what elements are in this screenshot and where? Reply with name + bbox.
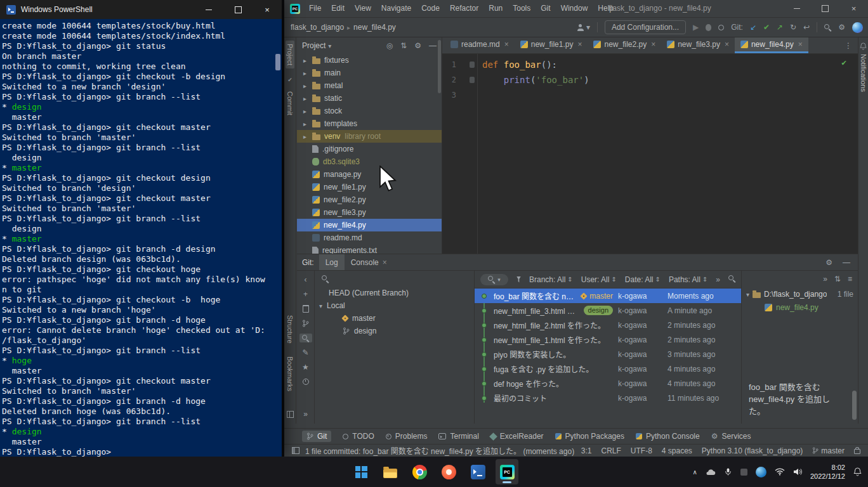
project-item-requirements-txt[interactable]: requirements.txt (297, 244, 442, 254)
line-ending-indicator[interactable]: CRLF (601, 446, 621, 455)
locate-file-button[interactable]: ◎ (386, 41, 393, 50)
onedrive-icon[interactable] (706, 469, 716, 476)
maximize-button[interactable] (811, 0, 839, 17)
filter-branch[interactable]: Branch: All⇕ (529, 275, 573, 284)
menu-item-code[interactable]: Code (416, 0, 445, 17)
branch-item-local[interactable]: ▾Local (315, 299, 474, 312)
caret-position[interactable]: 3:1 (581, 446, 592, 455)
branch-item-master[interactable]: master (315, 312, 474, 325)
close-icon[interactable]: × (504, 40, 509, 49)
indent-indicator[interactable]: 4 spaces (662, 446, 692, 455)
start-button[interactable] (350, 459, 372, 484)
project-item-venv[interactable]: ▸venvlibrary root (297, 130, 442, 143)
tool-window-button-excelreader[interactable]: ExcelReader (490, 432, 544, 441)
hide-panel-button[interactable]: — (843, 258, 850, 267)
powershell-scrollbar[interactable] (275, 54, 280, 70)
menu-item-navigate[interactable]: Navigate (376, 0, 416, 17)
filter-date[interactable]: Date: All⇕ (625, 275, 661, 284)
close-icon[interactable]: × (798, 40, 803, 49)
minimize-button[interactable] (782, 0, 811, 17)
menu-item-edit[interactable]: Edit (326, 0, 350, 17)
close-button[interactable]: × (253, 0, 282, 19)
tool-stripe-notifications[interactable]: Notifications (860, 54, 867, 92)
tool-window-button-python-console[interactable]: Python Console (636, 432, 700, 441)
project-item-main[interactable]: ▸main (297, 67, 442, 79)
close-icon[interactable]: × (577, 40, 582, 49)
browser-red-button[interactable] (437, 459, 460, 484)
project-item-stock[interactable]: ▸stock (297, 105, 442, 117)
encoding-indicator[interactable]: UTF-8 (631, 446, 652, 455)
git-tab-log[interactable]: Log (319, 254, 345, 270)
chevron-right-icon[interactable]: ▸ (303, 133, 312, 140)
chevron-right-icon[interactable]: ▸ (303, 108, 312, 115)
project-item-readme-md[interactable]: readme.md (297, 231, 442, 244)
project-item-fixtures[interactable]: ▸fixtures (297, 54, 442, 67)
filter-icon[interactable] (516, 276, 521, 283)
project-panel-title[interactable]: Project (302, 41, 326, 50)
add-button[interactable]: + (299, 290, 312, 299)
collapse-all-button[interactable]: ⇅ (400, 41, 407, 50)
commit-row[interactable]: fuga を含む .py を追加した。k-ogawa4 minutes ago (475, 361, 741, 376)
menu-item-file[interactable]: File (304, 0, 326, 17)
favorites-button[interactable]: ★ (299, 363, 312, 372)
settings-button[interactable]: ⚙ (838, 23, 845, 32)
edit-button[interactable]: ✎ (299, 348, 312, 357)
notifications-bell-icon[interactable] (860, 42, 867, 50)
tool-window-button-python-packages[interactable]: Python Packages (555, 432, 624, 441)
notification-bell-icon[interactable] (853, 467, 862, 476)
search-log-button[interactable] (728, 275, 735, 284)
collapse-all-button[interactable]: ⇅ (834, 275, 841, 283)
tool-stripe-bookmarks[interactable]: Bookmarks (286, 356, 294, 391)
add-configuration-button[interactable]: Add Configuration... (605, 20, 686, 34)
close-icon[interactable]: × (383, 258, 387, 267)
close-button[interactable]: × (839, 0, 868, 17)
branch-indicator[interactable]: master (812, 446, 845, 455)
taskbar-clock[interactable]: 8:02 2022/12/12 (810, 463, 845, 481)
back-button[interactable]: ‹ (299, 275, 312, 284)
project-item-db3-sqlite3[interactable]: db3.sqlite3 (297, 155, 442, 168)
changed-files-root[interactable]: ▾ D:\flask_to_django 1 file (742, 287, 858, 301)
project-item-manage-py[interactable]: manage.py (297, 168, 442, 181)
expand-all-button[interactable]: » (823, 275, 827, 283)
tool-stripe-commit[interactable]: Commit (286, 91, 294, 115)
minimize-button[interactable] (194, 0, 223, 19)
tool-window-button-terminal[interactable]: Terminal (438, 432, 478, 441)
tool-window-button-problems[interactable]: Problems (386, 432, 428, 441)
commit-row[interactable]: piyo 関数を実装した。k-ogawa3 minutes ago (475, 347, 741, 361)
code-editor[interactable]: ✔ 1def foo_bar():2 print('foo_bar')3 (442, 54, 858, 254)
menu-item-tools[interactable]: Tools (508, 0, 536, 17)
run-button[interactable]: ▶ (693, 23, 699, 32)
project-scrollbar[interactable] (438, 40, 441, 93)
tool-window-button-git[interactable]: Git (302, 431, 331, 442)
commit-row[interactable]: new_html_file_2.html を作った。k-ogawa2 minut… (475, 318, 741, 332)
tool-stripe-project[interactable]: Project (286, 41, 294, 68)
commit-row[interactable]: foo_bar 関数を含む new_filmasterk-ogawaMoment… (475, 289, 741, 303)
editor-tab-new-file3-py[interactable]: new_file3.py× (661, 37, 735, 53)
panel-settings-button[interactable]: ⚙ (825, 258, 832, 267)
powershell-taskbar-button[interactable] (466, 459, 489, 484)
panel-settings-button[interactable]: ⚙ (414, 41, 421, 50)
search-everywhere-button[interactable] (824, 24, 831, 31)
chevron-right-icon[interactable]: ▸ (303, 95, 312, 102)
editor-tab-new-file2-py[interactable]: new_file2.py× (588, 37, 661, 53)
git-update-button[interactable]: ↙ (750, 23, 756, 32)
chrome-button[interactable] (408, 459, 431, 484)
tool-stripe-structure[interactable]: Structure (286, 315, 294, 344)
breadcrumb-file[interactable]: new_file4.py (353, 23, 396, 32)
menu-item-window[interactable]: Window (556, 0, 593, 17)
tool-window-button-todo[interactable]: TODO (343, 432, 374, 441)
project-item-metal[interactable]: ▸metal (297, 79, 442, 92)
debug-button[interactable] (706, 24, 711, 31)
search-branches-button[interactable] (299, 334, 312, 342)
commit-row[interactable]: new_html_file_1.html を作った。k-ogawa2 minut… (475, 332, 741, 347)
branch-actions-button[interactable] (299, 319, 312, 328)
group-by-button[interactable]: ≡ (848, 275, 852, 283)
pycharm-taskbar-button[interactable] (496, 459, 518, 484)
branch-search-field[interactable] (315, 271, 474, 287)
project-item-new-file4-py[interactable]: new_file4.py (297, 219, 442, 231)
more-filters-button[interactable]: » (716, 275, 720, 284)
editor-tab-new-file4-py[interactable]: new_file4.py× (735, 37, 808, 53)
editor-tab-new-file1-py[interactable]: new_file1.py× (515, 37, 588, 53)
commit-row[interactable]: new_html_file_3.html を作っdesignk-ogawaA m… (475, 303, 741, 318)
menu-item-refactor[interactable]: Refactor (445, 0, 483, 17)
